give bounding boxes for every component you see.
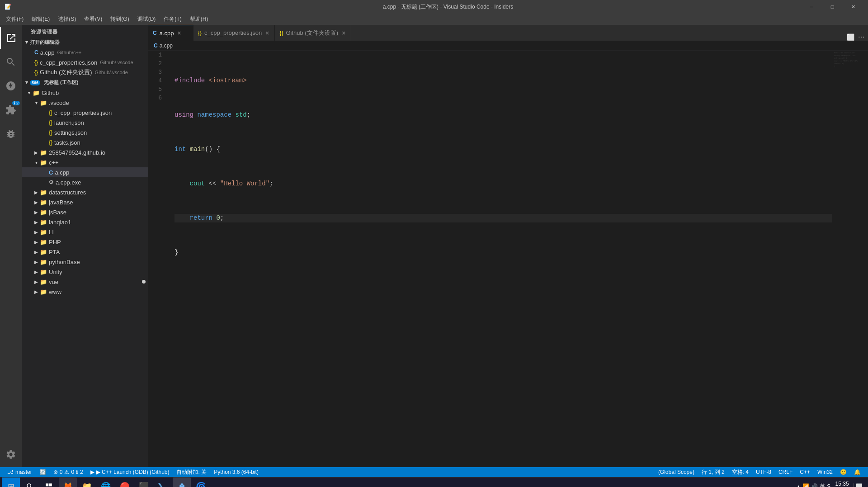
status-run[interactable]: ▶ ▶ C++ Launch (GDB) (Github) <box>87 467 173 477</box>
open-editor-item-2[interactable]: {} c_cpp_properties.json Github/.vscode <box>22 57 148 67</box>
tree-item-c_cpp_properties[interactable]: {} c_cpp_properties.json <box>22 108 148 118</box>
search-icon[interactable] <box>0 51 22 73</box>
status-position[interactable]: 行 1, 列 2 <box>698 467 728 477</box>
activity-bar: ℹ 2 <box>0 25 22 467</box>
menu-item-t[interactable]: 任务(T) <box>160 14 185 24</box>
folder-label: vue <box>49 279 148 285</box>
taskbar-powershell[interactable]: ❯_ <box>154 478 172 487</box>
vscode-icon: ❖ <box>179 482 185 487</box>
open-editor-path-1: Github/c++ <box>57 50 81 55</box>
code-content[interactable]: #include <iostream> using namespace std;… <box>171 51 832 467</box>
tree-item-php[interactable]: ▶ 📁 PHP <box>22 237 148 247</box>
menu-item-v[interactable]: 查看(V) <box>80 14 106 24</box>
split-editor-icon[interactable]: ⬜ <box>847 33 854 41</box>
tree-item-li[interactable]: ▶ 📁 LI <box>22 227 148 237</box>
menu-item-s[interactable]: 选择(S) <box>54 14 80 24</box>
token-return: return <box>190 214 212 222</box>
show-desktop[interactable]: ⬜ <box>854 483 863 487</box>
editor-code[interactable]: 1 2 3 4 5 6 #include <iostream> using na… <box>148 51 832 467</box>
status-encoding[interactable]: UTF-8 <box>752 467 775 477</box>
tree-item-vscode[interactable]: ▾ 📁 .vscode <box>22 98 148 108</box>
breadcrumb-icon: C <box>154 43 158 49</box>
tree-item-www[interactable]: ▶ 📁 www <box>22 287 148 297</box>
tab-close-github[interactable]: × <box>341 29 346 37</box>
tree-item-tasks[interactable]: {} tasks.json <box>22 137 148 147</box>
extensions-icon[interactable]: ℹ 2 <box>0 99 22 121</box>
taskbar-browser2[interactable]: 🌀 <box>192 478 210 487</box>
tree-item-launch[interactable]: {} launch.json <box>22 118 148 128</box>
tree-item-github-io[interactable]: ▶ 📁 2585479524.github.io <box>22 147 148 157</box>
tree-item-unity[interactable]: ▶ 📁 Unity <box>22 267 148 277</box>
token-brace: } <box>175 248 178 257</box>
status-python[interactable]: Python 3.6 (64-bit) <box>210 467 262 477</box>
tree-item-pta[interactable]: ▶ 📁 PTA <box>22 247 148 257</box>
menu-item-d[interactable]: 调试(D) <box>134 14 160 24</box>
workspace-header[interactable]: ▾ 566 无标题 (工作区) <box>22 77 148 88</box>
minimize-button[interactable]: ─ <box>801 0 822 14</box>
tree-item-acpp-exe[interactable]: ⚙ a.cpp.exe <box>22 177 148 187</box>
taskbar: ⊞ 🦊 📁 🌐 🔴 ⬛ ❯_ ❖ 🌀 ▲ 📶 🔊 英 S 15:35 2018/… <box>0 477 868 487</box>
menu-item-g[interactable]: 转到(G) <box>107 14 132 24</box>
menu-item-h[interactable]: 帮助(H) <box>186 14 212 24</box>
status-sync[interactable]: 🔄 <box>36 467 50 477</box>
windows-icon: ⊞ <box>8 482 14 487</box>
open-editor-item-1[interactable]: C a.cpp Github/c++ <box>22 47 148 57</box>
status-errors[interactable]: ⊗ 0 ⚠ 0 ℹ 2 <box>50 467 87 477</box>
status-emoji[interactable]: 🙂 <box>836 467 850 477</box>
start-button[interactable]: ⊞ <box>2 478 20 487</box>
tree-item-acpp[interactable]: C a.cpp <box>22 167 148 177</box>
taskbar-chrome[interactable]: 🌐 <box>97 478 115 487</box>
explorer-icon[interactable] <box>0 27 22 49</box>
clock[interactable]: 15:35 2018/4/5 <box>832 481 852 487</box>
sync-icon: 🔄 <box>39 469 46 475</box>
status-notification[interactable]: 🔔 <box>850 467 864 477</box>
tree-item-pythonbase[interactable]: ▶ 📁 pythonBase <box>22 257 148 267</box>
tree-item-settings[interactable]: {} settings.json <box>22 128 148 137</box>
git-icon[interactable] <box>0 75 22 97</box>
breadcrumb-file[interactable]: a.cpp <box>160 43 173 49</box>
window-controls: ─ □ ✕ <box>801 0 863 14</box>
editor-area: C a.cpp × {} c_cpp_properties.json × {} … <box>148 25 868 467</box>
taskbar-vscode[interactable]: ❖ <box>173 478 191 487</box>
tree-item-javabase[interactable]: ▶ 📁 javaBase <box>22 197 148 207</box>
tree-item-cpp-folder[interactable]: ▾ 📁 c++ <box>22 157 148 167</box>
close-button[interactable]: ✕ <box>843 0 863 14</box>
tab-close-properties[interactable]: × <box>264 29 270 37</box>
tree-item-github[interactable]: ▾ 📁 Github <box>22 88 148 98</box>
taskbar-app1[interactable]: 🔴 <box>116 478 134 487</box>
taskbar-search[interactable] <box>21 478 39 487</box>
status-language[interactable]: C++ <box>796 467 814 477</box>
tree-item-lanqiao1[interactable]: ▶ 📁 lanqiao1 <box>22 217 148 227</box>
open-editors-header[interactable]: ▾ 打开的编辑器 <box>22 37 148 47</box>
status-line-ending[interactable]: CRLF <box>775 467 796 477</box>
debug-icon[interactable] <box>0 123 22 145</box>
tree-item-datastructures[interactable]: ▶ 📁 datastructures <box>22 187 148 197</box>
taskbar-cmd[interactable]: ⬛ <box>135 478 153 487</box>
status-scope[interactable]: (Global Scope) <box>655 467 698 477</box>
status-os[interactable]: Win32 <box>814 467 836 477</box>
status-branch[interactable]: ⎇ master <box>4 467 36 477</box>
tab-acpp[interactable]: C a.cpp × <box>148 25 193 41</box>
taskbar-firefox[interactable]: 🦊 <box>59 478 77 487</box>
menu-item-e[interactable]: 编辑(E) <box>28 14 53 24</box>
folder-label: javaBase <box>49 199 148 206</box>
folder-icon: 📁 <box>40 288 47 295</box>
tab-c-cpp-properties[interactable]: {} c_cpp_properties.json × <box>193 25 275 41</box>
system-tray-up[interactable]: ▲ <box>796 484 801 487</box>
tab-label-github: Github (文件夹设置) <box>286 29 338 37</box>
status-auto-attach[interactable]: 自动附加: 关 <box>173 467 210 477</box>
code-line-1: #include <iostream> <box>175 76 832 85</box>
tab-close-acpp[interactable]: × <box>176 29 182 37</box>
taskbar-file-explorer[interactable]: 📁 <box>78 478 96 487</box>
tab-github-settings[interactable]: {} Github (文件夹设置) × <box>275 25 351 41</box>
open-editor-item-3[interactable]: {} Github (文件夹设置) Github/.vscode <box>22 67 148 77</box>
more-actions-icon[interactable]: ⋯ <box>858 33 864 41</box>
taskbar-task-view[interactable] <box>40 478 58 487</box>
status-spaces[interactable]: 空格: 4 <box>728 467 752 477</box>
menu-item-f[interactable]: 文件(F) <box>2 14 27 24</box>
open-editor-path-3: Github/.vscode <box>95 70 128 75</box>
settings-icon[interactable] <box>0 445 22 467</box>
maximize-button[interactable]: □ <box>822 0 843 14</box>
tree-item-jsbase[interactable]: ▶ 📁 jsBase <box>22 207 148 217</box>
tree-item-vue[interactable]: ▶ 📁 vue <box>22 277 148 287</box>
